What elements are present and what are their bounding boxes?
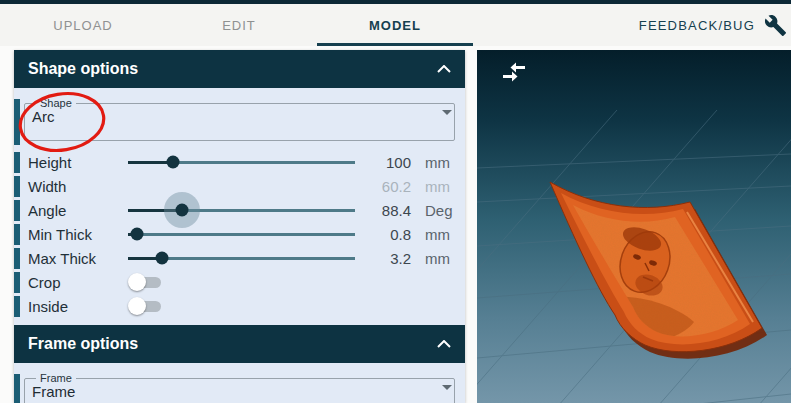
height-slider[interactable] xyxy=(128,150,355,174)
tab-active-underline xyxy=(317,43,473,46)
3d-viewport[interactable] xyxy=(477,50,791,403)
options-sidebar: Shape options Shape Arc Height 100 mm Wi… xyxy=(14,50,465,403)
row-accent-bar xyxy=(14,224,20,245)
frame-select-value: Frame xyxy=(32,383,454,400)
toggle-knob[interactable] xyxy=(128,273,146,291)
toggle-label: Inside xyxy=(28,298,128,315)
row-accent-bar xyxy=(14,296,20,317)
slider-label: Min Thick xyxy=(28,226,128,243)
slider-knob[interactable] xyxy=(131,228,144,241)
slider-value: 3.2 xyxy=(359,250,411,267)
chevron-up-icon[interactable] xyxy=(437,65,451,73)
slider-track xyxy=(128,233,355,236)
section-gap xyxy=(14,318,465,325)
inside-toggle[interactable] xyxy=(128,294,164,318)
chevron-down-icon[interactable] xyxy=(442,385,452,390)
row-accent-bar xyxy=(14,248,20,269)
shape-select[interactable]: Shape Arc xyxy=(24,97,455,141)
tab-bar: UPLOAD EDIT MODEL xyxy=(5,4,473,46)
chevron-down-icon[interactable] xyxy=(442,110,452,115)
slider-label: Angle xyxy=(28,202,128,219)
lithophane-model[interactable] xyxy=(477,50,791,403)
slider-knob[interactable] xyxy=(176,204,189,217)
shape-options-header[interactable]: Shape options xyxy=(14,50,465,88)
slider-unit: mm xyxy=(425,154,465,171)
nav-right-group: FEEDBACK/BUG xyxy=(639,4,787,46)
slider-row-width: Width 60.2 mm xyxy=(14,174,465,198)
slider-row-angle: Angle 88.4 Deg xyxy=(14,198,465,222)
frame-select-block: Frame Frame xyxy=(14,363,465,403)
slider-unit: mm xyxy=(425,250,465,267)
tab-edit-label: EDIT xyxy=(222,18,256,33)
tab-edit[interactable]: EDIT xyxy=(161,4,317,46)
tab-upload-label: UPLOAD xyxy=(53,18,112,33)
toggle-label: Crop xyxy=(28,274,128,291)
chevron-up-icon[interactable] xyxy=(437,340,451,348)
row-accent-bar xyxy=(14,272,20,293)
slider-row-height: Height 100 mm xyxy=(14,150,465,174)
slider-knob[interactable] xyxy=(167,156,180,169)
slider-value: 88.4 xyxy=(359,202,411,219)
arc-plate xyxy=(537,180,777,370)
tab-model-label: MODEL xyxy=(369,18,421,33)
slider-value: 60.2 xyxy=(359,178,411,195)
slider-unit: mm xyxy=(425,226,465,243)
frame-select[interactable]: Frame Frame xyxy=(24,372,455,403)
shape-select-value: Arc xyxy=(32,108,454,125)
slider-label: Height xyxy=(28,154,128,171)
slider-unit: mm xyxy=(425,178,465,195)
frame-options-title: Frame options xyxy=(28,335,138,353)
crop-toggle[interactable] xyxy=(128,270,164,294)
toggle-row-inside: Inside xyxy=(14,294,465,318)
min-thick-slider[interactable] xyxy=(128,222,355,246)
row-accent-bar xyxy=(14,176,20,197)
shape-options-title: Shape options xyxy=(28,60,138,78)
row-accent-bar xyxy=(14,200,20,221)
feedback-bug-link[interactable]: FEEDBACK/BUG xyxy=(639,18,755,33)
max-thick-slider[interactable] xyxy=(128,246,355,270)
angle-slider[interactable] xyxy=(128,198,355,222)
wrench-icon[interactable] xyxy=(764,14,787,37)
tab-model[interactable]: MODEL xyxy=(317,4,473,46)
collapse-arrows-icon[interactable] xyxy=(501,61,527,87)
toggle-knob[interactable] xyxy=(128,297,146,315)
slider-label: Max Thick xyxy=(28,250,128,267)
slider-label: Width xyxy=(28,178,128,195)
slider-knob[interactable] xyxy=(156,252,169,265)
row-accent-bar xyxy=(14,374,20,403)
slider-value: 0.8 xyxy=(359,226,411,243)
tab-upload[interactable]: UPLOAD xyxy=(5,4,161,46)
top-navigation: UPLOAD EDIT MODEL FEEDBACK/BUG xyxy=(0,4,791,46)
slider-row-min-thick: Min Thick 0.8 mm xyxy=(14,222,465,246)
toggle-row-crop: Crop xyxy=(14,270,465,294)
slider-value: 100 xyxy=(359,154,411,171)
shape-select-block: Shape Arc xyxy=(14,88,465,150)
slider-row-max-thick: Max Thick 3.2 mm xyxy=(14,246,465,270)
slider-unit: Deg xyxy=(425,202,465,219)
frame-options-header[interactable]: Frame options xyxy=(14,325,465,363)
row-accent-bar xyxy=(14,99,20,145)
row-accent-bar xyxy=(14,152,20,173)
